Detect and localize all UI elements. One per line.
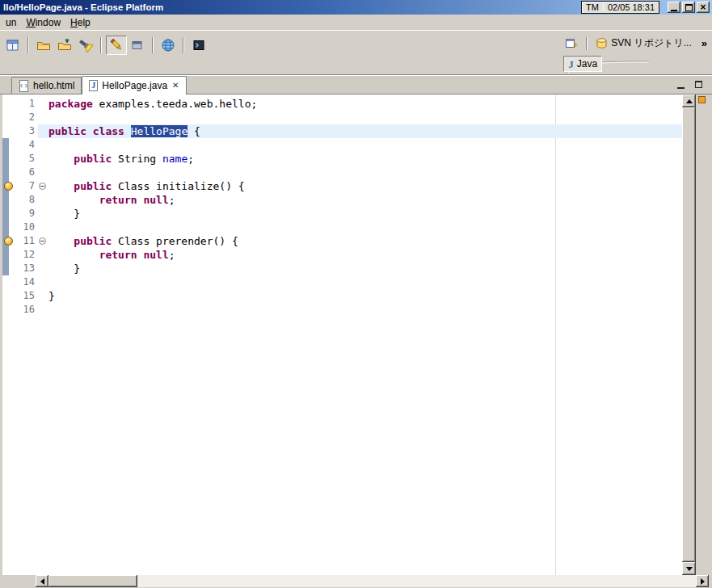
- menu-run[interactable]: un: [1, 15, 21, 30]
- view-minimize-button[interactable]: [673, 78, 688, 91]
- code-line[interactable]: [48, 166, 682, 179]
- annotation-icon[interactable]: [4, 182, 13, 191]
- view-maximize-button[interactable]: [691, 78, 706, 91]
- close-button[interactable]: ×: [697, 2, 710, 13]
- code-line[interactable]: public Class initialize() {: [48, 179, 682, 193]
- code-line[interactable]: public class HelloPage {: [48, 124, 682, 138]
- java-perspective-icon: J: [568, 59, 574, 69]
- maximize-button[interactable]: [682, 2, 695, 13]
- fold-cell: [38, 152, 48, 166]
- line-number[interactable]: 12: [17, 248, 38, 262]
- line-number[interactable]: 8: [17, 193, 38, 207]
- vertical-scrollbar[interactable]: [682, 94, 696, 575]
- editor-line: 7 public Class initialize() {: [2, 179, 682, 193]
- scroll-left-button[interactable]: [36, 575, 48, 587]
- marker-cell: [9, 179, 17, 193]
- view-buttons: [673, 78, 712, 91]
- minimize-button[interactable]: [668, 2, 680, 13]
- code-token: [48, 194, 99, 206]
- fold-cell: [38, 166, 48, 179]
- line-number[interactable]: 15: [17, 289, 38, 303]
- code-line[interactable]: [48, 275, 682, 289]
- titlebar[interactable]: llo/HelloPage.java - Eclipse Platform TM…: [0, 0, 712, 15]
- editor-line: 14: [2, 275, 682, 289]
- code-token: Class initialize() {: [112, 180, 244, 192]
- overview-marker-icon[interactable]: [698, 96, 706, 103]
- annotation-icon[interactable]: [4, 237, 13, 246]
- open-folder-icon: [36, 38, 51, 52]
- code-line[interactable]: [48, 111, 682, 124]
- toolbar-button-open[interactable]: [33, 36, 54, 55]
- code-line[interactable]: return null;: [48, 248, 682, 262]
- code-line[interactable]: }: [48, 207, 682, 220]
- perspective-item-svn[interactable]: SVN リポジトリ...: [591, 34, 696, 52]
- toolbar-button-console[interactable]: [188, 36, 209, 55]
- line-number[interactable]: 3: [17, 124, 38, 138]
- fold-collapse-icon[interactable]: [39, 237, 46, 245]
- line-number[interactable]: 6: [17, 166, 38, 179]
- vertical-scrollbar-thumb[interactable]: [682, 107, 696, 562]
- code-line[interactable]: public Class prerender() {: [48, 234, 682, 248]
- fold-collapse-icon[interactable]: [39, 183, 46, 190]
- code-token: }: [48, 208, 80, 220]
- code-token: null: [143, 249, 168, 261]
- line-number[interactable]: 16: [17, 303, 38, 317]
- code-line[interactable]: [48, 303, 682, 317]
- toolbar-button-edit[interactable]: [106, 36, 127, 55]
- line-number[interactable]: 5: [17, 152, 38, 166]
- line-number[interactable]: 7: [17, 179, 38, 193]
- quickdiff-cell: [2, 220, 9, 234]
- tab-label: HelloPage.java: [102, 80, 167, 91]
- line-number[interactable]: 13: [17, 262, 38, 275]
- scroll-down-button[interactable]: [682, 562, 696, 575]
- horizontal-scrollbar-thumb[interactable]: [48, 575, 137, 587]
- code-token: ;: [169, 249, 175, 261]
- scrollbar-corner: [2, 575, 36, 587]
- window-grid-icon: [6, 38, 20, 52]
- open-perspective-button[interactable]: [560, 35, 583, 52]
- toolbar-button-tool[interactable]: [127, 36, 148, 55]
- code-line[interactable]: }: [48, 262, 682, 275]
- code-line[interactable]: public String name;: [48, 152, 682, 166]
- perspective-chevron-button[interactable]: »: [701, 37, 707, 49]
- code-line[interactable]: return null;: [48, 193, 682, 207]
- marker-cell: [9, 289, 17, 303]
- fold-cell: [38, 220, 48, 234]
- line-number[interactable]: 11: [17, 234, 38, 248]
- fold-cell: [38, 262, 48, 275]
- toolbar-button-window[interactable]: [2, 36, 23, 55]
- line-number[interactable]: 9: [17, 207, 38, 220]
- line-number[interactable]: 2: [17, 111, 38, 124]
- tab-hellopage-java[interactable]: J HelloPage.java ✕: [82, 76, 187, 94]
- line-number[interactable]: 4: [17, 138, 38, 152]
- code-line[interactable]: [48, 138, 682, 152]
- toolbar-button-search[interactable]: [75, 36, 96, 55]
- editor-rows[interactable]: 1package examples.teeda.web.hello;23publ…: [2, 97, 682, 317]
- tab-close-button[interactable]: ✕: [171, 82, 179, 90]
- perspective-item-java[interactable]: J Java: [563, 56, 602, 72]
- line-number[interactable]: 10: [17, 220, 38, 234]
- scroll-right-button[interactable]: [696, 575, 709, 587]
- tab-hello-html[interactable]: hello.html: [11, 77, 82, 94]
- menu-window[interactable]: Window: [21, 15, 65, 30]
- menu-help[interactable]: Help: [65, 15, 95, 30]
- toolbar-button-browser[interactable]: [158, 36, 179, 55]
- line-number[interactable]: 1: [17, 97, 38, 111]
- clock-time: 02/05 18:31: [608, 2, 655, 12]
- java-file-letter: J: [91, 82, 95, 90]
- horizontal-scrollbar[interactable]: [36, 575, 709, 587]
- code-token: [124, 125, 131, 137]
- editor-line: 3public class HelloPage {: [2, 124, 682, 138]
- code-line[interactable]: }: [48, 289, 682, 303]
- clock-label: TM: [586, 2, 599, 12]
- line-number[interactable]: 14: [17, 275, 38, 289]
- toolbar-button-import[interactable]: [54, 36, 75, 55]
- editor-line: 10: [2, 220, 682, 234]
- code-line[interactable]: package examples.teeda.web.hello;: [48, 97, 682, 111]
- code-token: examples.teeda.web.hello;: [93, 98, 258, 110]
- scroll-up-button[interactable]: [682, 94, 696, 107]
- code-token: package: [48, 98, 93, 110]
- marker-cell: [9, 248, 17, 262]
- editor-line: 2: [2, 111, 682, 124]
- code-line[interactable]: [48, 220, 682, 234]
